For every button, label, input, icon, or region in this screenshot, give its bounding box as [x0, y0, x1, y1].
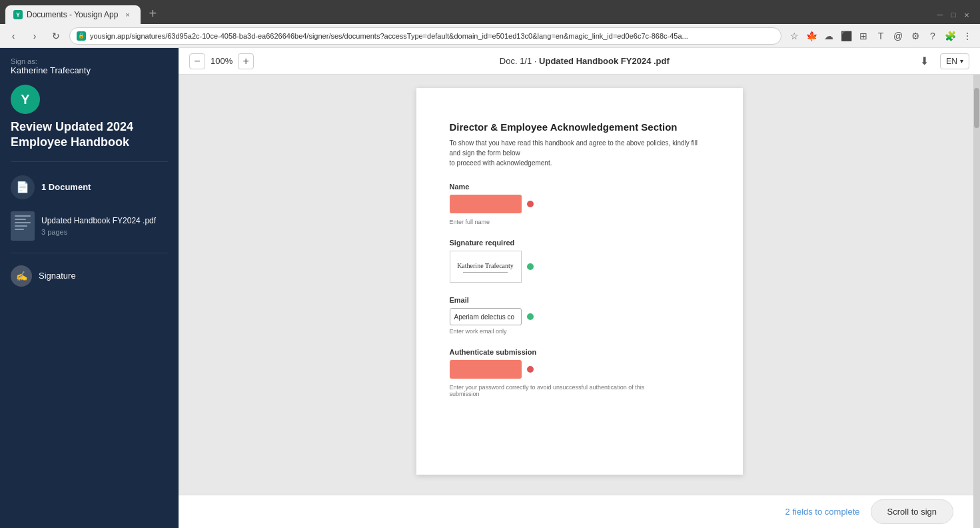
document-item[interactable]: Updated Handbook FY2024 .pdf 3 pages	[0, 205, 179, 247]
sidebar-document-title: Review Updated 2024 Employee Handbook	[0, 119, 179, 161]
extensions-icon[interactable]: ⬛	[839, 29, 853, 43]
bookmark-icon[interactable]: ☆	[787, 29, 801, 43]
url-text: yousign.app/signatures/63d95a2c-10ce-405…	[90, 32, 688, 40]
scrollbar[interactable]	[973, 75, 980, 528]
auth-field-group: Authenticate submission Enter your passw…	[450, 348, 710, 397]
doc-name: Updated Handbook FY2024 .pdf	[41, 216, 156, 227]
signature-preview: Katherine Trafecanty	[457, 261, 514, 273]
document-count-section: 📄 1 Document	[0, 170, 179, 205]
tab-title: Documents - Yousign App	[27, 10, 118, 19]
name-label: Name	[450, 183, 710, 191]
email-label: Email	[450, 296, 710, 304]
sign-as-section: Sign as: Katherine Trafecanty	[0, 48, 179, 79]
content-area: − 100% + Doc. 1/1 · Updated Handbook FY2…	[179, 48, 980, 528]
doc-thumbnail	[11, 211, 35, 241]
reload-button[interactable]: ↻	[48, 28, 64, 44]
document-count-label: 1 Document	[41, 182, 91, 192]
pdf-page: Director & Employee Acknowledgement Sect…	[416, 88, 743, 475]
auth-indicator-dot	[527, 366, 534, 373]
email-input[interactable]: Aperiam delectus co	[450, 308, 522, 325]
signature-box[interactable]: Katherine Trafecanty	[450, 251, 522, 283]
at-icon[interactable]: @	[891, 29, 905, 43]
download-icon[interactable]: ⬇	[915, 52, 933, 71]
fields-complete[interactable]: 2 fields to complete	[785, 507, 860, 517]
minimize-button[interactable]: ─	[935, 9, 945, 20]
auth-hint: Enter your password correctly to avoid u…	[450, 384, 663, 397]
browser-tab[interactable]: Y Documents - Yousign App ×	[5, 5, 141, 24]
yousign-logo: Y	[11, 85, 40, 114]
zoom-in-button[interactable]: +	[238, 53, 254, 69]
url-input[interactable]: 🔒 yousign.app/signatures/63d95a2c-10ce-4…	[69, 27, 781, 45]
bottom-bar: 2 fields to complete Scroll to sign	[179, 495, 973, 528]
address-bar: ‹ › ↻ 🔒 yousign.app/signatures/63d95a2c-…	[0, 24, 980, 48]
close-window-button[interactable]: ×	[961, 9, 972, 20]
scroll-to-sign-button[interactable]: Scroll to sign	[871, 499, 953, 524]
doc-info: Doc. 1/1 · Updated Handbook FY2024 .pdf	[500, 56, 670, 66]
doc-filename: Updated Handbook FY2024 .pdf	[539, 56, 670, 66]
user-name: Katherine Trafecanty	[11, 65, 168, 75]
pdf-section-title: Director & Employee Acknowledgement Sect…	[450, 121, 710, 133]
sidebar: Sign as: Katherine Trafecanty Y Review U…	[0, 48, 179, 528]
grid-icon[interactable]: ⊞	[856, 29, 871, 43]
document-icon: 📄	[11, 175, 35, 199]
doc-pages: 3 pages	[41, 228, 156, 236]
new-tab-button[interactable]: +	[143, 5, 162, 24]
name-indicator-dot	[527, 201, 534, 207]
chevron-down-icon: ▾	[960, 57, 963, 65]
help-icon[interactable]: ?	[925, 29, 940, 43]
signature-section: ✍ Signature	[0, 259, 179, 293]
browser-toolbar: ☆ 🍁 ☁ ⬛ ⊞ T @ ⚙ ? 🧩 ⋮	[787, 29, 975, 43]
email-field-group: Email Aperiam delectus co Enter work ema…	[450, 296, 710, 335]
signature-field-group: Signature required Katherine Trafecanty	[450, 239, 710, 283]
puzzle-icon[interactable]: 🧩	[943, 29, 957, 43]
name-field-group: Name Enter full name	[450, 183, 710, 225]
close-tab-button[interactable]: ×	[122, 9, 133, 20]
more-icon[interactable]: ⋮	[960, 29, 975, 43]
signature-required-label: Signature required	[450, 239, 710, 247]
pdf-viewer[interactable]: Director & Employee Acknowledgement Sect…	[179, 75, 980, 528]
document-title-text: Review Updated 2024 Employee Handbook	[11, 119, 168, 151]
name-input[interactable]	[450, 195, 522, 213]
settings-icon[interactable]: ⚙	[908, 29, 923, 43]
name-hint: Enter full name	[450, 219, 710, 225]
zoom-out-button[interactable]: −	[189, 53, 205, 69]
signature-label: Signature	[39, 271, 76, 281]
pdf-intro: To show that you have read this handbook…	[450, 138, 710, 168]
auth-label: Authenticate submission	[450, 348, 710, 356]
cloud-icon[interactable]: ☁	[821, 29, 836, 43]
email-indicator-dot	[527, 313, 534, 320]
tab-favicon: Y	[13, 10, 23, 19]
language-selector[interactable]: EN ▾	[940, 53, 969, 69]
document-toolbar: − 100% + Doc. 1/1 · Updated Handbook FY2…	[179, 48, 980, 75]
sign-as-label: Sign as:	[11, 57, 168, 65]
doc-details: Updated Handbook FY2024 .pdf 3 pages	[41, 216, 156, 236]
text-icon[interactable]: T	[873, 29, 888, 43]
signature-indicator-dot	[527, 263, 534, 270]
forward-button[interactable]: ›	[27, 28, 43, 44]
back-button[interactable]: ‹	[5, 28, 21, 44]
zoom-level: 100%	[211, 56, 233, 66]
signature-avatar: ✍	[11, 265, 32, 287]
canada-flag-icon[interactable]: 🍁	[804, 29, 819, 43]
site-favicon: 🔒	[77, 31, 86, 41]
email-hint: Enter work email only	[450, 328, 710, 335]
auth-input[interactable]	[450, 360, 522, 379]
maximize-button[interactable]: □	[948, 9, 959, 20]
